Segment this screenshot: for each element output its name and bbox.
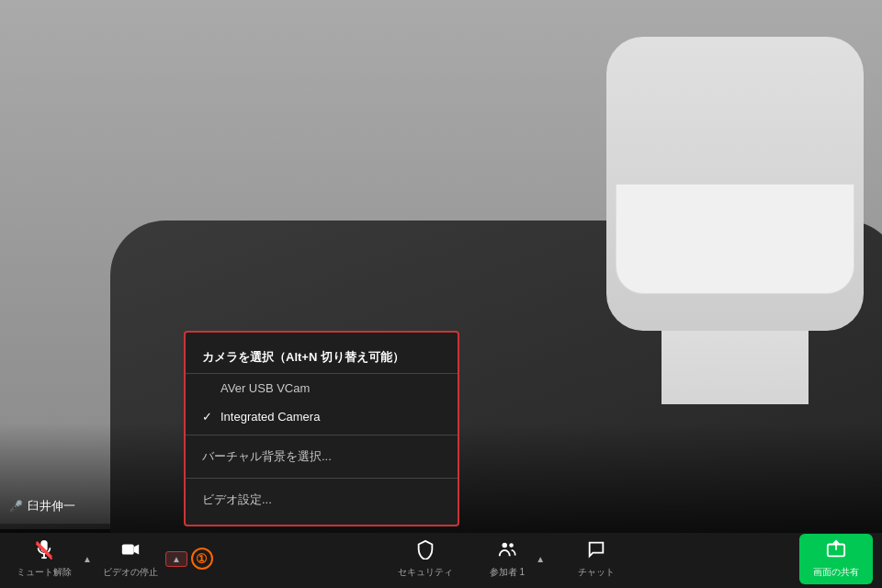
menu-divider-2 [186,478,458,479]
video-group: ビデオの停止 ▲ ① [96,536,213,582]
video-label: ビデオの停止 [103,566,158,579]
participants-group: 参加者 1 ▲ [482,536,548,582]
participants-chevron-icon: ▲ [536,554,545,564]
share-label: 画面の共有 [813,566,859,579]
participant-name-label: 🎤 臼井伸一 [9,498,75,514]
security-icon [415,539,435,564]
mute-button[interactable]: ミュート解除 [9,536,79,582]
participant-name: 臼井伸一 [28,498,75,514]
participants-icon [497,539,517,564]
video-settings-label: ビデオ設定... [202,492,272,506]
participants-chevron[interactable]: ▲ [532,550,548,568]
participants-label: 参加者 1 [490,566,525,579]
share-screen-button[interactable]: 画面の共有 [799,534,873,584]
virtual-bg-label: バーチャル背景を選択... [202,449,332,463]
mute-label: ミュート解除 [17,566,72,579]
svg-point-5 [509,543,514,548]
circle-badge: ① [191,548,213,570]
share-icon [826,539,846,564]
toolbar: ミュート解除 ▲ ビデオの停止 ▲ ① [0,529,882,588]
camera-menu-title: カメラを選択（Alt+N 切り替え可能） [186,340,458,374]
check-integrated: ✓ [202,410,215,424]
chat-icon [586,539,606,564]
svg-point-4 [502,542,507,548]
video-chevron[interactable]: ▲ [165,551,187,567]
video-button[interactable]: ビデオの停止 [96,536,165,582]
camera-select-menu: カメラを選択（Alt+N 切り替え可能） AVer USB VCam ✓ Int… [184,331,459,526]
mute-icon [34,539,54,564]
security-label: セキュリティ [398,566,453,579]
mute-chevron[interactable]: ▲ [79,550,96,568]
svg-rect-3 [122,544,134,554]
virtual-bg-option[interactable]: バーチャル背景を選択... [186,439,458,474]
camera-integrated-label: Integrated Camera [220,410,320,424]
toolbar-center: セキュリティ 参加者 1 ▲ [213,536,799,582]
camera-option-aver[interactable]: AVer USB VCam [186,374,458,402]
video-settings-option[interactable]: ビデオ設定... [186,482,458,517]
chat-button[interactable]: チャット [567,536,626,582]
security-button[interactable]: セキュリティ [387,536,464,582]
video-icon [120,539,141,564]
mute-group: ミュート解除 ▲ [9,536,96,582]
camera-aver-label: AVer USB VCam [220,381,310,395]
mute-indicator-icon: 🎤 [9,500,23,513]
chat-label: チャット [578,566,615,579]
participants-button[interactable]: 参加者 1 [482,536,532,582]
menu-divider-1 [186,435,458,435]
check-aver [202,381,215,395]
video-chevron-icon: ▲ [172,554,181,564]
mute-chevron-icon: ▲ [83,554,92,564]
camera-option-integrated[interactable]: ✓ Integrated Camera [186,402,458,431]
